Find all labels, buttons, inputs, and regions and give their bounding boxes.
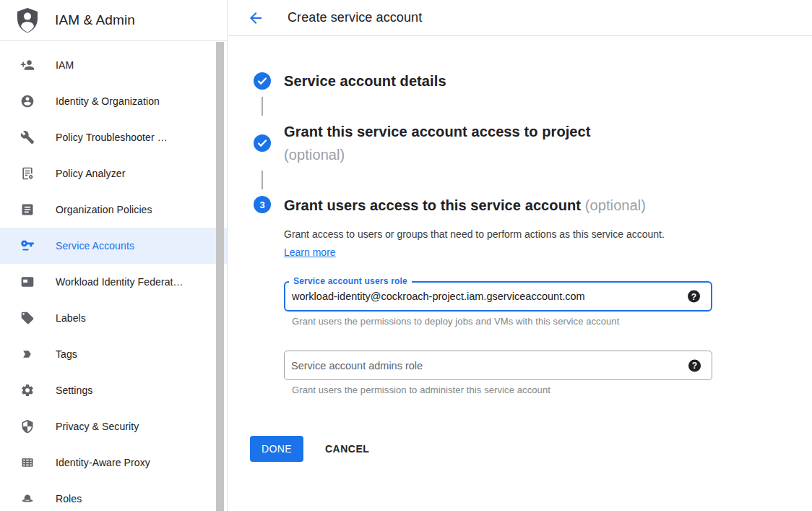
admins-role-helper-text: Grant users the permission to administer… (292, 385, 712, 395)
step-1-check-icon (254, 72, 271, 90)
page-header: Create service account (228, 0, 812, 36)
sidebar-item-privacy-security[interactable]: Privacy & Security (0, 408, 227, 445)
admins-role-field: ? (284, 351, 712, 380)
hat-icon (20, 491, 35, 506)
step-connector (262, 97, 263, 116)
step-2-optional-label: (optional) (284, 143, 591, 166)
users-role-input[interactable] (285, 291, 711, 302)
label-arrow-icon (20, 347, 35, 361)
sidebar-item-service-accounts[interactable]: Service Accounts (0, 228, 227, 264)
main-panel: Create service account Service account d… (228, 0, 812, 511)
users-role-helper-text: Grant users the permissions to deploy jo… (292, 316, 712, 327)
sidebar-item-label: Roles (56, 493, 82, 504)
sidebar-item-label: Identity & Organization (56, 95, 160, 107)
admins-role-input[interactable] (285, 360, 712, 372)
app-window: IAM & Admin IAM Identity & Organization … (0, 0, 812, 511)
step-2-title: Grant this service account access to pro… (284, 120, 591, 166)
sidebar-item-label: Organization Policies (56, 204, 152, 215)
step-1-service-account-details[interactable]: Service account details (254, 69, 812, 93)
sidebar-item-policy-troubleshooter[interactable]: Policy Troubleshooter … (0, 119, 227, 155)
step-1-title: Service account details (284, 69, 446, 93)
step-actions: DONE CANCEL (250, 436, 712, 462)
step-3-grant-users-access: 3 Grant users access to this service acc… (254, 194, 812, 462)
id-card-icon (20, 275, 35, 289)
admins-role-field-block: ? Grant users the permission to administ… (284, 351, 712, 395)
sidebar-item-label: Workload Identity Federat… (56, 276, 183, 288)
sidebar-nav: IAM Identity & Organization Policy Troub… (0, 41, 227, 511)
help-icon[interactable]: ? (688, 359, 701, 372)
sidebar-item-identity-aware-proxy[interactable]: Identity-Aware Proxy (0, 445, 227, 481)
sidebar-item-labels[interactable]: Labels (0, 300, 227, 336)
proxy-grid-icon (20, 455, 35, 470)
sidebar-item-identity-organization[interactable]: Identity & Organization (0, 83, 227, 119)
sidebar-item-label: IAM (56, 59, 74, 71)
step-connector (262, 171, 263, 189)
users-role-field-block: Service account users role ? Grant users… (284, 281, 712, 327)
done-button[interactable]: DONE (250, 436, 303, 462)
step-3-description: Grant access to users or groups that nee… (284, 226, 683, 262)
person-add-icon (20, 58, 35, 72)
sidebar-item-label: Identity-Aware Proxy (56, 457, 150, 468)
arrow-back-icon (247, 9, 264, 27)
users-role-label: Service account users role (289, 276, 412, 286)
step-2-grant-access-to-project[interactable]: Grant this service account access to pro… (254, 120, 812, 166)
sidebar-item-label: Tags (56, 348, 77, 360)
sidebar-item-label: Service Accounts (56, 240, 134, 252)
sidebar-item-label: Policy Troubleshooter … (56, 132, 168, 143)
sidebar: IAM & Admin IAM Identity & Organization … (0, 0, 228, 511)
document-gear-icon (20, 166, 35, 181)
sidebar-item-label: Settings (56, 385, 92, 396)
users-role-field: Service account users role ? (284, 281, 712, 312)
step-2-check-icon (254, 134, 271, 152)
sidebar-item-workload-identity-federation[interactable]: Workload Identity Federat… (0, 264, 227, 300)
shield-half-icon (20, 419, 35, 434)
wrench-icon (20, 130, 35, 145)
page-title: Create service account (288, 10, 422, 25)
article-icon (20, 202, 35, 217)
step-3-title: Grant users access to this service accou… (284, 194, 712, 217)
cancel-button[interactable]: CANCEL (325, 443, 369, 455)
scrollbar-thumb[interactable] (216, 42, 224, 511)
product-title: IAM & Admin (55, 12, 135, 28)
sidebar-scrollbar[interactable] (216, 42, 225, 511)
learn-more-link[interactable]: Learn more (284, 246, 336, 258)
gear-icon (20, 383, 35, 398)
account-circle-icon (20, 94, 35, 108)
product-header: IAM & Admin (0, 0, 227, 41)
price-tag-icon (20, 311, 35, 325)
step-3-number-badge: 3 (254, 196, 271, 213)
sidebar-item-label: Labels (56, 312, 86, 324)
sidebar-item-roles[interactable]: Roles (0, 481, 227, 511)
service-account-key-icon (20, 239, 35, 253)
sidebar-item-organization-policies[interactable]: Organization Policies (0, 192, 227, 228)
back-button[interactable] (247, 9, 264, 27)
sidebar-item-label: Policy Analyzer (56, 168, 125, 179)
sidebar-item-iam[interactable]: IAM (0, 47, 227, 83)
step-3-title-text: Grant users access to this service accou… (284, 197, 581, 213)
help-icon[interactable]: ? (688, 291, 700, 303)
step-2-title-text: Grant this service account access to pro… (284, 124, 591, 139)
iam-admin-shield-icon (12, 5, 43, 35)
sidebar-item-settings[interactable]: Settings (0, 372, 227, 408)
sidebar-item-label: Privacy & Security (56, 421, 139, 432)
stepper: Service account details Grant this servi… (228, 36, 812, 462)
step-3-optional-label: (optional) (585, 197, 646, 213)
step-3-description-text: Grant access to users or groups that nee… (284, 228, 665, 240)
sidebar-item-tags[interactable]: Tags (0, 336, 227, 372)
sidebar-item-policy-analyzer[interactable]: Policy Analyzer (0, 155, 227, 192)
